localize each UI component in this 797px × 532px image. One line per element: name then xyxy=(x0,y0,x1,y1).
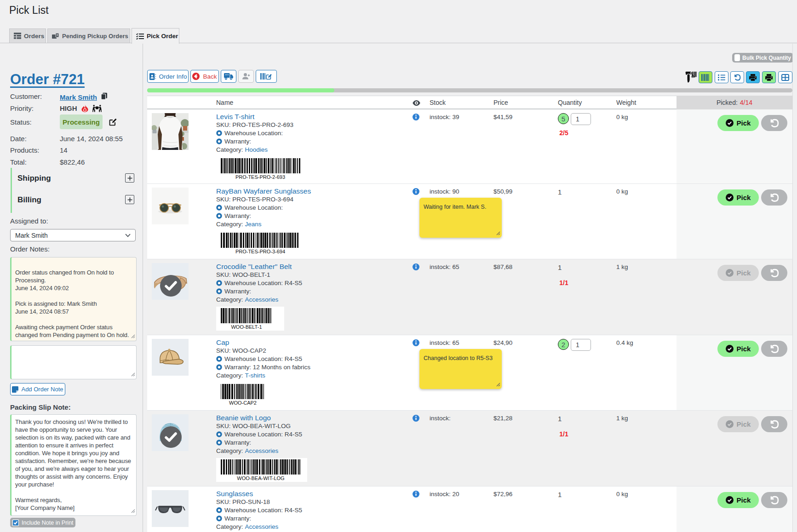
svg-text:PRO-TES-PRO-3-694: PRO-TES-PRO-3-694 xyxy=(235,249,285,254)
svg-text:WOO-BEA-WIT-LOG: WOO-BEA-WIT-LOG xyxy=(237,475,284,481)
svg-text:WOO-BELT-1: WOO-BELT-1 xyxy=(231,324,262,330)
svg-text:PRO-TES-PRO-2-693: PRO-TES-PRO-2-693 xyxy=(235,174,285,180)
svg-text:WOO-CAP2: WOO-CAP2 xyxy=(229,400,257,406)
